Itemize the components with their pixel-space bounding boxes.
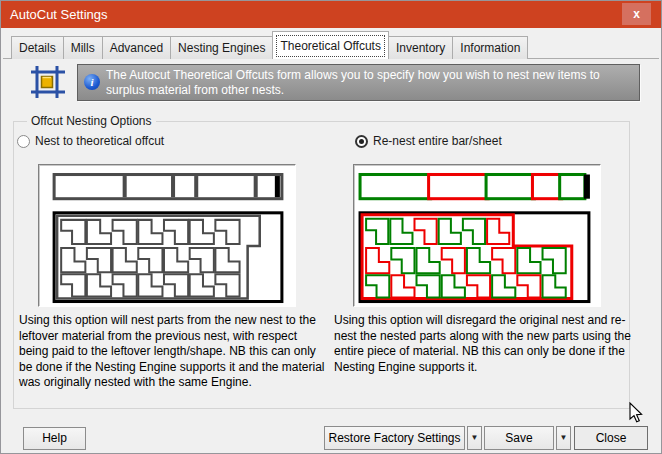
info-banner: i The Autocut Theoretical Offcuts form a… — [77, 64, 640, 101]
window-title: AutoCut Settings — [10, 1, 108, 28]
help-button[interactable]: Help — [23, 427, 86, 450]
autocut-logo-icon — [28, 63, 68, 101]
radio-button-icon[interactable] — [17, 135, 30, 148]
tab-information[interactable]: Information — [452, 36, 528, 59]
radio-label[interactable]: Nest to theoretical offcut — [35, 134, 164, 148]
renest-entire-bar-preview-image — [353, 164, 601, 307]
radio-nest-to-theoretical-offcut[interactable]: Nest to theoretical offcut — [17, 134, 164, 148]
restore-factory-settings-dropdown-button[interactable]: ▼ — [467, 426, 482, 450]
nest-to-offcut-preview-image — [38, 164, 296, 307]
close-button[interactable]: Close — [574, 426, 648, 450]
tab-nesting-engines[interactable]: Nesting Engines — [170, 36, 273, 59]
mouse-cursor — [629, 402, 644, 424]
renest-description: Using this option will disregard the ori… — [334, 313, 634, 375]
tab-theoretical-offcuts[interactable]: Theoretical Offcuts — [272, 31, 389, 59]
close-icon[interactable]: x — [622, 3, 651, 25]
tab-advanced[interactable]: Advanced — [102, 36, 171, 59]
tab-inventory[interactable]: Inventory — [388, 36, 453, 59]
radio-label[interactable]: Re-nest entire bar/sheet — [373, 134, 502, 148]
restore-factory-settings-button[interactable]: Restore Factory Settings — [324, 426, 465, 450]
radio-button-icon[interactable] — [355, 135, 368, 148]
tab-strip: Details Mills Advanced Nesting Engines T… — [11, 31, 527, 59]
title-bar[interactable]: AutoCut Settings x — [1, 1, 661, 28]
info-icon: i — [84, 74, 100, 90]
save-dropdown-button[interactable]: ▼ — [556, 426, 571, 450]
save-button[interactable]: Save — [484, 426, 554, 450]
radio-renest-entire-bar-sheet[interactable]: Re-nest entire bar/sheet — [355, 134, 502, 148]
tab-mills[interactable]: Mills — [63, 36, 103, 59]
group-title: Offcut Nesting Options — [27, 114, 156, 128]
info-banner-text: The Autocut Theoretical Offcuts form all… — [106, 68, 600, 97]
nest-to-offcut-description: Using this option will nest parts from t… — [19, 313, 327, 391]
tab-details[interactable]: Details — [11, 36, 64, 59]
autocut-settings-dialog: AutoCut Settings x Details Mills Advance… — [0, 0, 662, 454]
